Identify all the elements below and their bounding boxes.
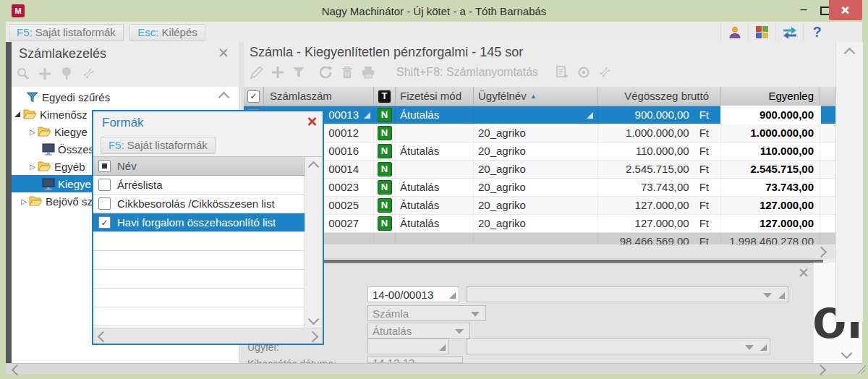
customer-name-combobox[interactable] [467, 338, 770, 354]
dialog-hscrollbar[interactable] [93, 328, 323, 344]
item-checkbox[interactable]: ✓ [98, 216, 111, 229]
tree-item-egyedi-szures[interactable]: Egyedi szűrés [26, 88, 221, 106]
edit-icon[interactable] [250, 65, 264, 80]
sidebar-toolbar [16, 67, 95, 81]
column-header-vegosszeg[interactable]: Végösszeg bruttó [598, 87, 721, 106]
tree-view-icon[interactable] [59, 67, 74, 81]
print-icon[interactable] [361, 65, 375, 80]
modules-grid-icon [755, 25, 769, 39]
switch-button[interactable] [775, 23, 803, 41]
table-row[interactable]: 00013 N Átutalás 900.000,00Ft 900.000,00 [244, 106, 835, 124]
formak-dialog: Formák F5: Saját listaformák Név Árrésli… [92, 110, 324, 345]
item-checkbox[interactable] [98, 179, 111, 191]
form-list-item[interactable]: Árréslista [93, 176, 305, 195]
form-list-item-selected[interactable]: ✓ Havi forgalom összehasonlító list [93, 213, 305, 232]
invoice-number-field[interactable]: 14-00/00013 [367, 286, 459, 302]
open-folder-icon [29, 195, 43, 207]
scroll-right-icon[interactable] [815, 365, 827, 376]
bottom-hscrollbar[interactable] [6, 363, 862, 374]
kilépés-button[interactable]: Esc: Kilépés [129, 24, 205, 41]
table-row[interactable]: 00025 N Átutalás 20_agriko 127.000,00Ft … [244, 197, 835, 215]
dialog-title: Formák [102, 116, 144, 130]
main-vscrollbar[interactable] [835, 42, 863, 322]
partner-combobox[interactable] [467, 286, 788, 302]
modules-button[interactable] [748, 23, 775, 41]
status-badge: N [378, 126, 392, 140]
sidebar-close-button[interactable] [218, 48, 229, 61]
tree-collapsed-icon[interactable]: ▷ [19, 197, 29, 205]
scroll-up-icon[interactable] [844, 48, 856, 59]
issue-date-field[interactable]: 14.12.13 [367, 356, 463, 363]
form-list-empty-row [93, 251, 305, 270]
column-header-egyenleg[interactable]: Egyenleg [721, 87, 820, 106]
close-button[interactable] [829, 0, 862, 20]
refresh-icon[interactable] [318, 65, 333, 80]
focus-icon[interactable] [576, 65, 591, 80]
filter-icon [26, 91, 38, 103]
field-corner-icon [778, 292, 785, 299]
tree-item-label: Kimenősz [40, 108, 88, 121]
tree-item-label: Kiegye [58, 178, 91, 190]
table-row[interactable]: 00012 N 20_agriko 1.000.000,00Ft 1.000.0… [244, 124, 835, 142]
minimize-button[interactable]: – [793, 3, 814, 19]
unpin-icon[interactable] [81, 67, 95, 81]
customer-code-field[interactable] [367, 338, 449, 354]
tree-expanded-icon[interactable] [14, 111, 20, 117]
tree-collapsed-icon[interactable]: ▷ [27, 128, 38, 136]
document-type-dropdown[interactable]: Számla [367, 305, 486, 321]
table-row[interactable]: 00027 N Átutalás 20_agriko 127.000,00Ft … [244, 215, 835, 233]
sajat-listaformak-button[interactable]: F5: Saját listaformák [101, 137, 216, 154]
table-row[interactable]: 00014 N 20_agriko 2.545.715,00Ft 2.545.7… [244, 161, 835, 179]
tree-collapsed-icon[interactable]: ▷ [27, 163, 38, 171]
detail-close-button[interactable] [799, 268, 809, 281]
open-folder-icon [38, 161, 51, 172]
scroll-right-icon[interactable] [816, 247, 827, 258]
invoice-toolbar: Shift+F8: Számlanyomtatás [250, 65, 612, 80]
sort-ascending-icon: ▲ [530, 93, 537, 100]
f5-key-label: F5: [17, 26, 33, 38]
name-column-header[interactable]: Név [117, 160, 137, 172]
unpin-icon[interactable] [597, 65, 612, 80]
field-corner-icon [449, 292, 456, 299]
column-header-type[interactable]: T [374, 87, 396, 106]
column-header-ugyfelnev[interactable]: Ügyfélnév▲ [474, 87, 598, 106]
form-list-item[interactable]: Cikkbesorolás /Cikkösszesen list [93, 195, 305, 213]
sync-arrows-icon [782, 25, 798, 40]
saját-listaformák-button[interactable]: F5: Saját listaformák [9, 24, 124, 41]
help-button[interactable]: ? [803, 23, 830, 41]
search-icon[interactable] [16, 67, 30, 81]
table-hscrollbar[interactable] [244, 244, 835, 259]
scroll-left-icon[interactable] [12, 365, 23, 376]
form-name: Cikkbesorolás /Cikkösszesen list [117, 197, 275, 210]
dock-strip[interactable] [6, 42, 12, 363]
dialog-toolbar: F5: Saját listaformák [93, 135, 323, 156]
column-header-fizetesi-mod[interactable]: Fizetési mód [396, 87, 474, 106]
table-row[interactable]: 00023 N Átutalás 20_agriko 73.743,00Ft 7… [244, 179, 835, 197]
resize-grip[interactable] [857, 365, 866, 374]
scroll-left-icon[interactable] [98, 331, 109, 343]
form-name: Árréslista [117, 179, 163, 191]
filter-icon[interactable] [292, 65, 306, 80]
scroll-up-icon[interactable] [308, 161, 320, 173]
dialog-close-button[interactable] [307, 116, 317, 129]
status-badge: N [378, 108, 392, 122]
column-header-szamlaszam[interactable]: Számlaszám [264, 87, 374, 106]
delete-icon[interactable] [340, 65, 354, 80]
scroll-down-icon[interactable] [308, 314, 320, 325]
table-row[interactable]: 00016 N Átutalás 20_agriko 110.000,00Ft … [244, 142, 835, 161]
cell-edit-icon [364, 112, 370, 119]
document-actions-icon[interactable] [555, 65, 570, 80]
add-icon[interactable] [38, 67, 52, 81]
item-checkbox[interactable] [98, 197, 111, 210]
header-checkbox[interactable] [98, 160, 111, 172]
monitor-icon [42, 143, 55, 156]
scroll-right-icon[interactable] [307, 331, 319, 343]
user-button[interactable] [720, 23, 748, 41]
select-all-checkbox[interactable]: ✓ [244, 87, 264, 106]
table-header-row: ✓ Számlaszám T Fizetési mód Ügyfélnév▲ V… [244, 87, 835, 106]
add-icon[interactable] [271, 65, 285, 80]
f5-action-label: Saját listaformák [127, 139, 208, 151]
dialog-vscrollbar[interactable] [305, 157, 323, 328]
payment-mode-dropdown[interactable]: Átutalás [367, 323, 470, 338]
f5-key-label: F5: [109, 139, 124, 151]
